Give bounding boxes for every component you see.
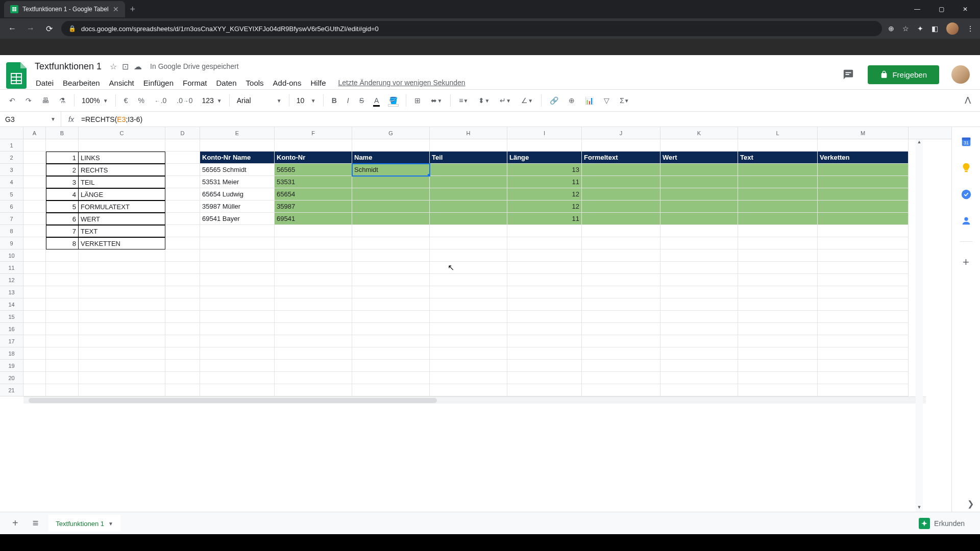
cell[interactable] bbox=[352, 372, 430, 384]
cell[interactable]: Name bbox=[352, 152, 430, 164]
cell[interactable] bbox=[507, 249, 582, 262]
cell[interactable]: 11 bbox=[507, 213, 582, 225]
cell[interactable] bbox=[275, 225, 352, 237]
cell[interactable]: 5 bbox=[46, 201, 79, 213]
cell[interactable] bbox=[200, 323, 275, 335]
cell[interactable]: 3 bbox=[46, 176, 79, 188]
cell[interactable] bbox=[818, 384, 909, 396]
cell[interactable] bbox=[46, 335, 79, 347]
strikethrough-button[interactable]: S bbox=[355, 93, 368, 108]
row-header[interactable]: 16 bbox=[0, 323, 23, 335]
cell[interactable]: 13 bbox=[507, 164, 582, 176]
cell[interactable] bbox=[430, 323, 507, 335]
menu-daten[interactable]: Daten bbox=[212, 77, 241, 89]
col-header[interactable]: K bbox=[660, 127, 738, 139]
merge-button[interactable]: ⬌ ▼ bbox=[427, 93, 446, 108]
cell[interactable] bbox=[46, 139, 79, 152]
cell[interactable]: Konto-Nr bbox=[275, 152, 352, 164]
cell[interactable] bbox=[507, 298, 582, 311]
cell[interactable] bbox=[660, 298, 738, 311]
cell[interactable] bbox=[818, 188, 909, 201]
contacts-icon[interactable] bbox=[960, 215, 972, 227]
cell[interactable] bbox=[165, 323, 200, 335]
cell[interactable] bbox=[352, 286, 430, 298]
cell[interactable] bbox=[275, 372, 352, 384]
cell[interactable] bbox=[200, 237, 275, 249]
decrease-decimal-button[interactable]: ←.0 bbox=[151, 93, 170, 108]
cell[interactable] bbox=[165, 360, 200, 372]
browser-menu-button[interactable]: ⋮ bbox=[967, 24, 974, 33]
cell[interactable]: 11 bbox=[507, 176, 582, 188]
cell[interactable] bbox=[430, 164, 507, 176]
cell[interactable]: 6 bbox=[46, 213, 79, 225]
cell[interactable]: 12 bbox=[507, 188, 582, 201]
cells-area[interactable]: 1LINKSKonto-Nr NameKonto-NrNameTeilLänge… bbox=[23, 139, 951, 396]
cell[interactable] bbox=[738, 384, 818, 396]
redo-button[interactable]: ↷ bbox=[21, 93, 36, 108]
row-header[interactable]: 2 bbox=[0, 152, 23, 164]
extension-item-icon[interactable]: ◧ bbox=[932, 24, 938, 33]
cell[interactable] bbox=[738, 139, 818, 152]
cell[interactable] bbox=[582, 249, 660, 262]
cell[interactable] bbox=[165, 213, 200, 225]
cell[interactable] bbox=[660, 286, 738, 298]
cell[interactable] bbox=[23, 372, 46, 384]
italic-button[interactable]: I bbox=[343, 93, 353, 108]
cell[interactable] bbox=[738, 249, 818, 262]
back-button[interactable]: ← bbox=[6, 24, 18, 33]
cell[interactable] bbox=[165, 311, 200, 323]
cell[interactable] bbox=[582, 286, 660, 298]
cell[interactable] bbox=[660, 225, 738, 237]
cell[interactable] bbox=[79, 360, 165, 372]
cell[interactable] bbox=[430, 249, 507, 262]
cell[interactable]: Konto-Nr Name bbox=[200, 152, 275, 164]
cell[interactable] bbox=[738, 164, 818, 176]
cell[interactable] bbox=[507, 139, 582, 152]
cell[interactable] bbox=[79, 372, 165, 384]
cell[interactable] bbox=[352, 237, 430, 249]
cell[interactable] bbox=[582, 347, 660, 360]
row-header[interactable]: 3 bbox=[0, 164, 23, 176]
menu-tools[interactable]: Tools bbox=[242, 77, 268, 89]
col-header[interactable]: M bbox=[818, 127, 909, 139]
cell[interactable]: 53531 bbox=[275, 176, 352, 188]
cell[interactable] bbox=[507, 311, 582, 323]
new-tab-button[interactable]: + bbox=[130, 4, 136, 15]
user-avatar[interactable] bbox=[951, 65, 970, 84]
cell[interactable] bbox=[430, 237, 507, 249]
extensions-icon[interactable]: ✦ bbox=[917, 24, 923, 33]
cell[interactable] bbox=[275, 311, 352, 323]
cell[interactable]: 12 bbox=[507, 201, 582, 213]
cell[interactable] bbox=[23, 384, 46, 396]
cell[interactable] bbox=[46, 347, 79, 360]
cell[interactable]: 2 bbox=[46, 164, 79, 176]
profile-avatar[interactable] bbox=[946, 22, 959, 35]
document-title[interactable]: Textfunktionen 1 bbox=[32, 60, 105, 73]
cell[interactable] bbox=[165, 384, 200, 396]
cell[interactable]: 53531 Meier bbox=[200, 176, 275, 188]
cell[interactable] bbox=[165, 347, 200, 360]
cell[interactable] bbox=[738, 372, 818, 384]
star-icon[interactable]: ☆ bbox=[110, 62, 117, 71]
cell[interactable] bbox=[23, 360, 46, 372]
cell[interactable] bbox=[660, 323, 738, 335]
cell[interactable] bbox=[165, 274, 200, 286]
cell[interactable] bbox=[23, 164, 46, 176]
print-button[interactable]: 🖶 bbox=[38, 93, 53, 108]
menu-datei[interactable]: Datei bbox=[32, 77, 58, 89]
col-header[interactable]: J bbox=[582, 127, 660, 139]
cell[interactable] bbox=[818, 201, 909, 213]
cell[interactable] bbox=[660, 188, 738, 201]
cell[interactable] bbox=[738, 176, 818, 188]
cell[interactable] bbox=[352, 311, 430, 323]
cell[interactable] bbox=[818, 323, 909, 335]
cell[interactable]: TEIL bbox=[79, 176, 165, 188]
cell[interactable] bbox=[46, 360, 79, 372]
cell[interactable] bbox=[582, 298, 660, 311]
cell[interactable] bbox=[352, 335, 430, 347]
row-header[interactable]: 7 bbox=[0, 213, 23, 225]
add-sheet-button[interactable]: + bbox=[8, 515, 22, 531]
calendar-icon[interactable]: 31 bbox=[960, 135, 972, 147]
cell[interactable] bbox=[660, 262, 738, 274]
cell[interactable] bbox=[738, 360, 818, 372]
